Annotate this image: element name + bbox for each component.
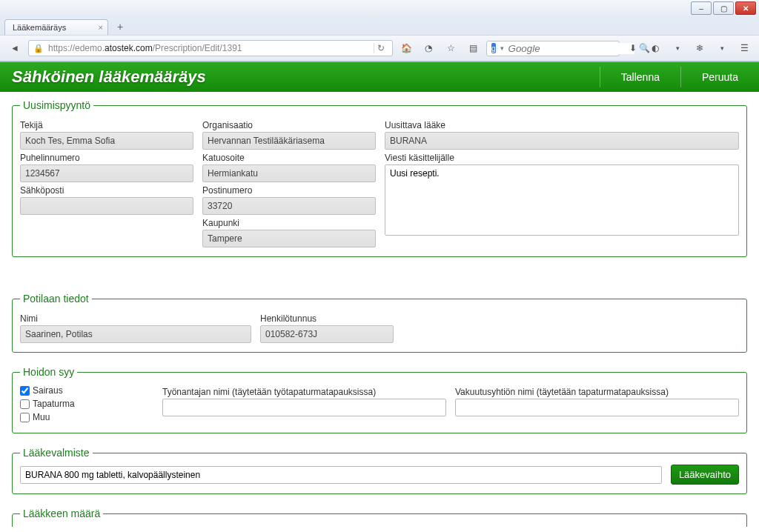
- window-minimize-button[interactable]: –: [691, 1, 712, 15]
- patient-name-label: Nimi: [20, 313, 251, 324]
- msg-label: Viesti käsittelijälle: [385, 153, 739, 163]
- url-text: https://edemo.atostek.com/Prescription/E…: [48, 43, 242, 53]
- cancel-button[interactable]: Peruuta: [680, 67, 759, 87]
- search-box[interactable]: g ▾ 🔍: [486, 41, 620, 56]
- tab-bar: Lääkemääräys × +: [0, 16, 759, 35]
- addon2-dropdown-icon[interactable]: ▾: [713, 39, 731, 57]
- reason-other-label: Muu: [33, 412, 50, 422]
- window-close-button[interactable]: ✕: [735, 1, 756, 15]
- insurer-input[interactable]: [455, 399, 739, 416]
- page-scroll[interactable]: Sähköinen lääkemääräys Tallenna Peruuta …: [0, 61, 759, 527]
- back-button[interactable]: ◄: [6, 39, 24, 57]
- street-field: [202, 164, 376, 182]
- reason-other-row: Muu: [20, 412, 153, 422]
- reason-accident-row: Tapaturma: [20, 399, 153, 409]
- browser-tab[interactable]: Lääkemääräys ×: [4, 19, 108, 35]
- org-field: [202, 132, 376, 150]
- page-title: Sähköinen lääkemääräys: [12, 67, 206, 87]
- product-section: Lääkevalmiste Lääkevaihto: [12, 447, 747, 494]
- tab-title: Lääkemääräys: [13, 23, 66, 32]
- patient-section: Potilaan tiedot Nimi Henkilötunnus: [12, 293, 747, 353]
- addon-dropdown-icon[interactable]: ▾: [669, 39, 686, 57]
- dropdown-icon[interactable]: ▾: [500, 44, 504, 52]
- patient-ssn-field: [260, 325, 394, 343]
- reason-disease-checkbox[interactable]: [20, 386, 30, 396]
- product-input[interactable]: [20, 466, 662, 484]
- google-icon: g: [491, 43, 496, 53]
- phone-field: [20, 164, 193, 182]
- browser-chrome: – ▢ ✕ Lääkemääräys × + ◄ 🔒 https://edemo…: [0, 0, 759, 61]
- downloads-button[interactable]: ⬇: [624, 39, 642, 57]
- home-button[interactable]: 🏠: [397, 39, 415, 57]
- drug-label: Uusittava lääke: [385, 120, 739, 130]
- new-tab-button[interactable]: +: [113, 20, 127, 35]
- history-button[interactable]: ◔: [420, 39, 437, 57]
- amount-legend: Lääkkeen määrä: [20, 508, 103, 519]
- reason-disease-row: Sairaus: [20, 385, 153, 396]
- page-header: Sähköinen lääkemääräys Tallenna Peruuta: [0, 61, 759, 92]
- header-actions: Tallenna Peruuta: [600, 67, 759, 87]
- email-label: Sähköposti: [20, 185, 193, 196]
- renewal-legend: Uusimispyyntö: [20, 99, 93, 111]
- save-button[interactable]: Tallenna: [600, 67, 680, 87]
- org-label: Organisaatio: [202, 120, 376, 130]
- reason-legend: Hoidon syy: [20, 366, 77, 378]
- employer-label: Työnantajan nimi (täytetään työtapaturma…: [162, 387, 446, 397]
- reader-button[interactable]: ▤: [464, 39, 482, 57]
- search-input[interactable]: [508, 43, 634, 54]
- menu-button[interactable]: ☰: [735, 39, 753, 57]
- employer-input[interactable]: [162, 399, 446, 416]
- form-content: Uusimispyyntö Tekijä Puhelinnumero Sähkö…: [0, 92, 759, 527]
- address-bar: ◄ 🔒 https://edemo.atostek.com/Prescripti…: [0, 35, 759, 61]
- street-label: Katuosoite: [202, 153, 376, 163]
- insurer-label: Vakuutusyhtiön nimi (täytetään tapaturma…: [455, 387, 739, 397]
- window-controls: – ▢ ✕: [0, 0, 759, 16]
- reason-disease-label: Sairaus: [33, 385, 63, 396]
- patient-legend: Potilaan tiedot: [20, 293, 92, 305]
- city-label: Kaupunki: [202, 218, 376, 228]
- window-maximize-button[interactable]: ▢: [713, 1, 734, 15]
- drug-field: [385, 132, 739, 150]
- postal-field: [202, 197, 376, 215]
- renewal-request-section: Uusimispyyntö Tekijä Puhelinnumero Sähkö…: [12, 99, 747, 257]
- postal-label: Postinumero: [202, 185, 376, 196]
- msg-textarea[interactable]: Uusi resepti.: [385, 164, 739, 236]
- author-field: [20, 132, 193, 150]
- reason-other-checkbox[interactable]: [20, 413, 30, 422]
- reason-accident-label: Tapaturma: [33, 399, 75, 409]
- url-field[interactable]: 🔒 https://edemo.atostek.com/Prescription…: [28, 40, 393, 56]
- reason-accident-checkbox[interactable]: [20, 399, 30, 409]
- tab-close-icon[interactable]: ×: [99, 23, 103, 32]
- patient-name-field: [20, 325, 251, 343]
- amount-section: Lääkkeen määrä Määrätään pakkauksina Pak…: [12, 508, 747, 527]
- product-legend: Lääkevalmiste: [20, 447, 93, 459]
- patient-ssn-label: Henkilötunnus: [260, 313, 394, 324]
- reload-icon[interactable]: ↻: [374, 43, 388, 53]
- addon2-button[interactable]: ❄: [691, 39, 709, 57]
- reason-section: Hoidon syy Sairaus Tapaturma Muu: [12, 366, 747, 433]
- city-field: [202, 230, 376, 247]
- author-label: Tekijä: [20, 120, 193, 130]
- phone-label: Puhelinnumero: [20, 153, 193, 163]
- bookmark-button[interactable]: ☆: [442, 39, 460, 57]
- lock-icon: 🔒: [33, 44, 44, 53]
- email-field: [20, 197, 193, 215]
- drug-switch-button[interactable]: Lääkevaihto: [671, 465, 739, 485]
- addon1-button[interactable]: ◐: [646, 39, 664, 57]
